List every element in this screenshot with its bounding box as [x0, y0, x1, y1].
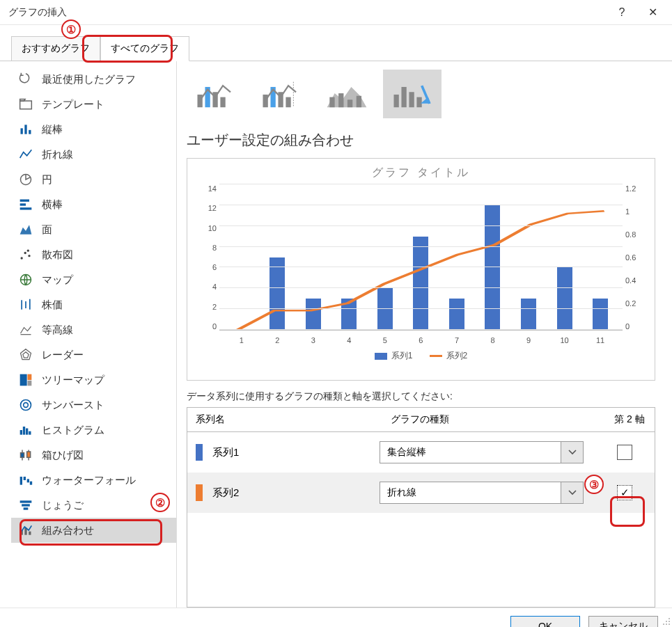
dialog-footer: OK キャンセル: [0, 608, 672, 627]
svg-marker-8: [20, 225, 32, 234]
dropdown-value: 折れ線: [380, 482, 561, 503]
legend-item-series2: 系列2: [430, 350, 468, 362]
chart-subtype-row: [187, 70, 655, 118]
legend-item-series1: 系列1: [375, 350, 413, 362]
series-table: 系列名 グラフの種類 第 2 軸 系列1 集合縦棒 系列2: [187, 407, 655, 608]
sidebar-item-map[interactable]: マップ: [11, 267, 176, 292]
series-name-label: 系列2: [212, 486, 380, 500]
svg-rect-3: [29, 130, 31, 134]
sidebar-item-stock[interactable]: 株価: [11, 292, 176, 317]
chart-preview: グラフ タイトル 14121086420 1.210.80.60.40.20 1…: [187, 158, 655, 381]
waterfall-icon: [18, 473, 33, 488]
subtype-stacked-area[interactable]: [318, 70, 376, 118]
sidebar-item-surface[interactable]: 等高線: [11, 317, 176, 342]
secondary-axis-checkbox[interactable]: ✓: [617, 485, 632, 500]
svg-rect-27: [29, 431, 31, 435]
plot-region: [219, 184, 623, 331]
cancel-button[interactable]: キャンセル: [588, 616, 658, 628]
sidebar-label: じょうご: [42, 499, 84, 512]
sidebar-item-waterfall[interactable]: ウォーターフォール: [11, 468, 176, 493]
subtype-clustered-line-secondary[interactable]: [252, 70, 311, 118]
secondary-axis-checkbox[interactable]: [617, 445, 632, 460]
x-axis: 1234567891011: [219, 336, 623, 344]
svg-point-23: [21, 400, 31, 411]
svg-rect-33: [24, 477, 26, 480]
sidebar-item-templates[interactable]: テンプレート: [11, 92, 176, 117]
help-button[interactable]: ?: [607, 2, 637, 23]
svg-point-64: [666, 624, 667, 625]
sidebar-item-recent[interactable]: 最近使用したグラフ: [11, 67, 176, 92]
sidebar-item-column[interactable]: 縦棒: [11, 117, 176, 142]
dropdown-value: 集合縦棒: [380, 442, 561, 463]
tab-recommended[interactable]: おすすめグラフ: [11, 36, 100, 61]
sunburst-icon: [18, 397, 33, 413]
svg-point-12: [27, 250, 29, 252]
resize-grip-icon[interactable]: [661, 616, 671, 626]
series-row-1: 系列1 集合縦棒: [187, 432, 655, 473]
content-pane: ユーザー設定の組み合わせ グラフ タイトル 14121086420 1.210.…: [177, 61, 672, 608]
header-secondary-axis: 第 2 軸: [604, 408, 655, 431]
series-color-swatch: [196, 484, 203, 501]
svg-rect-31: [27, 452, 31, 457]
area-chart-icon: [18, 222, 33, 237]
sidebar-item-scatter[interactable]: 散布図: [11, 242, 176, 267]
svg-rect-49: [286, 97, 290, 108]
funnel-icon: [18, 498, 33, 513]
series-type-dropdown[interactable]: 集合縦棒: [380, 441, 584, 463]
secondary-axis-cell: ✓: [603, 485, 646, 500]
line-chart-icon: [18, 147, 33, 162]
radar-chart-icon: [18, 347, 33, 363]
legend-swatch-icon: [430, 355, 442, 357]
sidebar-item-boxwhisker[interactable]: 箱ひげ図: [11, 443, 176, 468]
sidebar-item-line[interactable]: 折れ線: [11, 142, 176, 167]
svg-rect-45: [220, 97, 225, 108]
y-axis-right: 1.210.80.60.40.20: [625, 184, 643, 331]
sidebar-item-histogram[interactable]: ヒストグラム: [11, 418, 176, 443]
svg-rect-0: [20, 101, 32, 109]
ok-button[interactable]: OK: [510, 616, 580, 628]
svg-rect-32: [20, 477, 22, 485]
sidebar-item-treemap[interactable]: ツリーマップ: [11, 367, 176, 392]
svg-rect-36: [20, 500, 32, 502]
chart-type-sidebar: 最近使用したグラフ テンプレート 縦棒 折れ線 円 横棒 面 散布図: [11, 61, 177, 608]
header-chart-type: グラフの種類: [382, 408, 604, 431]
sidebar-label: 株価: [42, 299, 63, 312]
svg-point-22: [24, 403, 29, 408]
sidebar-item-radar[interactable]: レーダー: [11, 342, 176, 367]
svg-rect-52: [329, 97, 334, 108]
sidebar-item-bar[interactable]: 横棒: [11, 192, 176, 217]
sidebar-item-area[interactable]: 面: [11, 217, 176, 242]
svg-rect-24: [20, 430, 22, 435]
close-button[interactable]: ✕: [637, 2, 668, 23]
sidebar-label: 組み合わせ: [42, 524, 94, 537]
subtype-custom-combo[interactable]: [383, 70, 442, 118]
series-type-dropdown[interactable]: 折れ線: [380, 482, 584, 504]
chevron-down-icon: [561, 482, 583, 503]
bar-chart-icon: [18, 197, 33, 212]
titlebar: グラフの挿入 ? ✕: [0, 0, 672, 25]
header-series-name: 系列名: [187, 408, 382, 431]
combo-chart-icon: [18, 523, 33, 538]
subtype-clustered-line[interactable]: [187, 70, 245, 118]
chart-legend: 系列1 系列2: [198, 350, 643, 362]
tab-all-charts[interactable]: すべてのグラフ: [100, 36, 189, 61]
svg-rect-2: [24, 125, 26, 134]
sidebar-item-funnel[interactable]: じょうご: [11, 493, 176, 518]
y-axis-left: 14121086420: [200, 184, 217, 331]
svg-rect-37: [22, 504, 30, 506]
dialog-body: 最近使用したグラフ テンプレート 縦棒 折れ線 円 横棒 面 散布図: [0, 61, 672, 608]
box-whisker-icon: [18, 447, 33, 463]
legend-swatch-icon: [375, 353, 387, 360]
chart-plot-area: 14121086420 1.210.80.60.40.20 1234567891…: [219, 184, 623, 344]
svg-rect-29: [21, 453, 24, 458]
svg-rect-57: [401, 87, 406, 107]
svg-marker-18: [23, 352, 29, 358]
svg-rect-35: [30, 482, 32, 485]
surface-chart-icon: [18, 322, 33, 338]
sidebar-item-combo[interactable]: 組み合わせ: [11, 518, 176, 543]
sidebar-label: マップ: [42, 273, 73, 287]
sidebar-item-sunburst[interactable]: サンバースト: [11, 392, 176, 418]
svg-rect-20: [28, 374, 32, 380]
sidebar-item-pie[interactable]: 円: [11, 167, 176, 192]
recent-icon: [18, 72, 33, 87]
